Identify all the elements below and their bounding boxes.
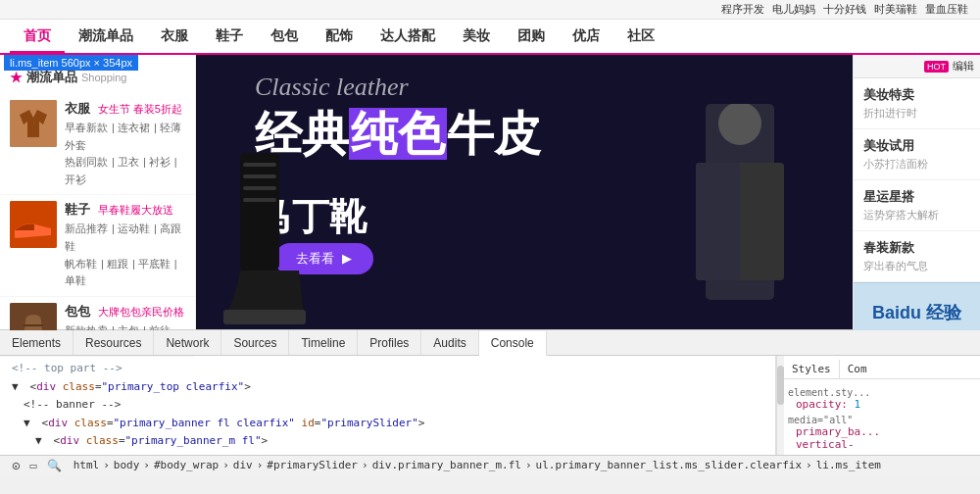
- svg-rect-11: [243, 174, 276, 178]
- star-icon: ★: [10, 70, 23, 85]
- nav-item-groupbuy[interactable]: 团购: [504, 22, 559, 51]
- style-rule-2: primary_ba...: [788, 425, 976, 438]
- devtools-styles-panel: Styles Com element.sty... opacity: 1 med…: [784, 356, 980, 455]
- nav-item-clothes[interactable]: 衣服: [147, 22, 202, 51]
- cta-arrow-icon: ▶: [342, 251, 352, 266]
- nav-item-accessories[interactable]: 配饰: [312, 22, 367, 51]
- devtools-tabs: Elements Resources Network Sources Timel…: [0, 330, 980, 356]
- style-rule: opacity: 1: [788, 398, 976, 411]
- breadcrumb-html[interactable]: html: [74, 459, 100, 471]
- person-silhouette: [676, 104, 804, 329]
- top-nav-link[interactable]: 程序开发: [721, 2, 764, 17]
- devtools-tab-sources[interactable]: Sources: [221, 330, 289, 355]
- nav-item-shoes[interactable]: 鞋子: [202, 22, 257, 51]
- style-media: media="all": [788, 415, 976, 425]
- clothes-title: 衣服 女生节 春装5折起: [65, 100, 185, 118]
- breadcrumb-div[interactable]: div: [233, 459, 253, 471]
- computed-tab[interactable]: Com: [840, 360, 875, 378]
- top-nav-link[interactable]: 十分好钱: [823, 2, 866, 17]
- scrollbar-thumb[interactable]: [777, 366, 784, 405]
- shoes-links: 新品推荐| 运动鞋| 高跟鞋 帆布鞋| 粗跟| 平底鞋| 单鞋: [65, 221, 185, 289]
- code-line-0: <!-- top part -->: [0, 360, 775, 378]
- devtools-tab-audits[interactable]: Audits: [421, 330, 478, 355]
- nav-item-trending[interactable]: 潮流单品: [65, 22, 147, 51]
- rp-item-title-0: 美妆特卖: [863, 86, 970, 104]
- svg-rect-8: [240, 153, 279, 271]
- breadcrumb-banner-m[interactable]: div.primary_banner_m.fl: [372, 459, 521, 471]
- banner-highlight: 纯色: [349, 108, 447, 160]
- devtools-tab-resources[interactable]: Resources: [74, 330, 154, 355]
- bag-promo-link[interactable]: 大牌包包亲民价格: [98, 306, 184, 318]
- nav-item-outfits[interactable]: 达人搭配: [367, 22, 449, 51]
- styles-tab[interactable]: Styles: [784, 360, 840, 378]
- code-line-4[interactable]: ▼ <div class="primary_banner_m fl">: [0, 432, 775, 451]
- svg-point-5: [718, 104, 761, 145]
- hot-badge: HOT: [924, 61, 949, 73]
- svg-rect-7: [696, 163, 740, 280]
- devtools-tab-console[interactable]: Console: [479, 331, 547, 356]
- right-panel-item-1[interactable]: 美妆试用 小苏打洁面粉: [854, 129, 980, 180]
- top-mini-nav: 程序开发 电儿妈妈 十分好钱 时美瑞鞋 量血压鞋: [0, 0, 980, 20]
- top-nav-link[interactable]: 电儿妈妈: [772, 2, 815, 17]
- rp-item-title-1: 美妆试用: [863, 137, 970, 155]
- main-nav: 首页 潮流单品 衣服 鞋子 包包 配饰 达人搭配 美妆 团购 优店 社区: [0, 20, 980, 55]
- shoes-promo-link[interactable]: 早春鞋履大放送: [98, 204, 173, 216]
- right-panel-item-3[interactable]: 春装新款 穿出春的气息: [854, 231, 980, 282]
- style-source-label: element.sty...: [788, 387, 976, 398]
- clothes-promo-link[interactable]: 女生节 春装5折起: [98, 103, 182, 115]
- code-line-3[interactable]: ▼ <div class="primary_banner fl clearfix…: [0, 415, 775, 433]
- svg-rect-13: [243, 198, 276, 202]
- clothes-thumbnail: [10, 100, 57, 147]
- nav-item-community[interactable]: 社区: [613, 22, 668, 51]
- devtools-tab-network[interactable]: Network: [154, 330, 221, 355]
- sidebar-title: 潮流单品: [26, 69, 77, 86]
- edit-label[interactable]: 编辑: [953, 59, 974, 74]
- right-panel-header: HOT 编辑: [854, 55, 980, 78]
- top-nav-link[interactable]: 时美瑞鞋: [874, 2, 917, 17]
- breadcrumb-li[interactable]: li.ms_item: [816, 459, 881, 471]
- shoes-title: 鞋子 早春鞋履大放送: [65, 201, 185, 219]
- sidebar: ★ 潮流单品 Shopping 衣服 女生节 春装5折起 早春新款| 连衣裙|: [0, 55, 196, 329]
- nav-item-home[interactable]: 首页: [10, 22, 65, 53]
- nav-item-store[interactable]: 优店: [559, 22, 613, 51]
- search-icon[interactable]: 🔍: [47, 459, 62, 472]
- devtools-tab-profiles[interactable]: Profiles: [358, 330, 421, 355]
- style-rule-3: vertical-: [788, 438, 976, 451]
- shoes-thumbnail: [10, 201, 57, 248]
- devtools-body: <!-- top part --> ▼ <div class="primary_…: [0, 356, 980, 455]
- main-content: ★ 潮流单品 Shopping 衣服 女生节 春装5折起 早春新款| 连衣裙|: [0, 55, 980, 329]
- devtools-tab-timeline[interactable]: Timeline: [289, 330, 358, 355]
- devtools-scrollbar[interactable]: [776, 356, 784, 455]
- nav-item-bag[interactable]: 包包: [257, 22, 312, 51]
- styles-tabs: Styles Com: [784, 360, 980, 379]
- styles-content: element.sty... opacity: 1 media="all" pr…: [784, 383, 980, 455]
- right-panel-item-2[interactable]: 星运星搭 运势穿搭大解析: [854, 180, 980, 231]
- nav-item-makeup[interactable]: 美妆: [449, 22, 504, 51]
- devtools-tab-elements[interactable]: Elements: [0, 330, 74, 355]
- code-line-1[interactable]: ▼ <div class="primary_top clearfix">: [0, 378, 775, 397]
- shoes-content: 鞋子 早春鞋履大放送 新品推荐| 运动鞋| 高跟鞋 帆布鞋| 粗跟| 平底鞋| …: [65, 201, 185, 289]
- expand-arrow-icon[interactable]: ▼: [12, 379, 24, 396]
- breadcrumb-body[interactable]: body: [114, 459, 140, 471]
- rp-item-sub-3: 穿出春的气息: [863, 259, 970, 273]
- expand-arrow-icon[interactable]: ▼: [24, 416, 35, 432]
- sidebar-item-shoes: 鞋子 早春鞋履大放送 新品推荐| 运动鞋| 高跟鞋 帆布鞋| 粗跟| 平底鞋| …: [0, 195, 195, 296]
- breadcrumb-body-wrap[interactable]: #body_wrap: [154, 459, 219, 471]
- element-inspector-badge: li.ms_item 560px × 354px: [4, 55, 138, 71]
- svg-rect-9: [223, 310, 306, 324]
- right-panel-item-0[interactable]: 美妆特卖 折扣进行时: [854, 78, 980, 129]
- expand-arrow-icon[interactable]: ▼: [35, 433, 47, 450]
- banner-area: Classic leather 经典纯色牛皮 马丁靴 去看看 ▶: [196, 55, 853, 329]
- sidebar-item-clothes: 衣服 女生节 春装5折起 早春新款| 连衣裙| 轻薄外套 热剧同款| 卫衣| 衬…: [0, 94, 195, 195]
- breadcrumb-primary-slider[interactable]: #primarySlider: [267, 459, 358, 471]
- code-line-2: <!-- banner -->: [0, 396, 775, 415]
- svg-rect-12: [243, 186, 276, 190]
- banner-en-text: Classic leather: [255, 73, 409, 102]
- inspect-element-icon[interactable]: ⊙: [12, 458, 20, 473]
- top-nav-link[interactable]: 量血压鞋: [925, 2, 968, 17]
- breadcrumb-ul[interactable]: ul.primary_banner_list.ms_slider.clearfi…: [536, 459, 803, 471]
- page-top: 程序开发 电儿妈妈 十分好钱 时美瑞鞋 量血压鞋 首页 潮流单品 衣服 鞋子 包…: [0, 0, 980, 55]
- svg-rect-10: [243, 163, 276, 167]
- rp-item-title-2: 星运星搭: [863, 188, 970, 206]
- device-icon[interactable]: ▭: [29, 459, 36, 472]
